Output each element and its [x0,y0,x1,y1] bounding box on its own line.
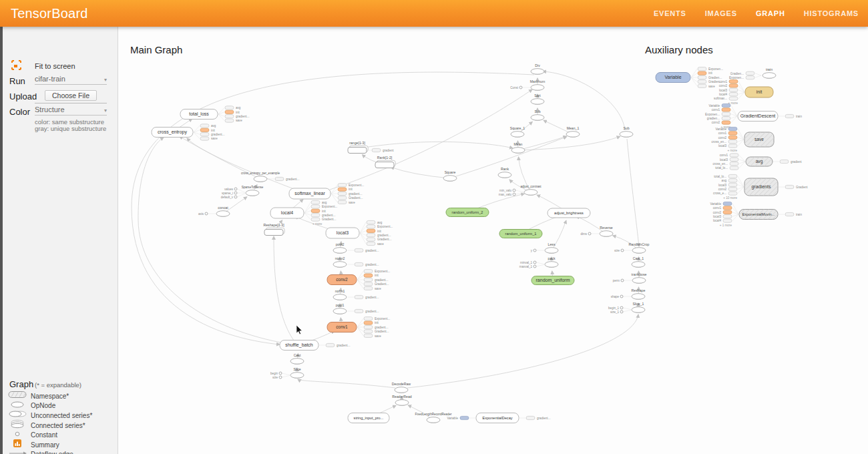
graph-node-norm2[interactable]: norm2gradient... [333,256,379,267]
choose-file-button[interactable]: Choose File [45,90,97,101]
graph-node-string_input_pro[interactable]: string_input_pro... [348,413,389,423]
svg-text:total_loss: total_loss [189,111,209,117]
svg-text:cross_en...: cross_en... [713,162,728,166]
color-select[interactable]: Structure ▾ [35,105,107,116]
svg-text:gradient...: gradient... [365,296,379,299]
graph-node-ExponentialDecay[interactable]: ExponentialDecaygradient...Variable [447,413,550,423]
graph-node-adjust_brightness[interactable]: adjust_brightness [548,208,590,218]
legend-item-dataflow-edge: Dataflow edge [7,450,115,454]
legend-icon-unconnected-series [7,409,31,419]
legend-note: (* = expandable) [35,381,81,389]
svg-text:pool1: pool1 [336,303,345,307]
svg-text:begin: begin [270,372,278,375]
graph-node-aux_ema[interactable]: ExponentialMovin...trainVariableconv1con… [710,202,802,226]
graph-node-Mean[interactable]: Mean [511,142,525,153]
graph-node-pool1[interactable]: pool1gradient... [333,303,379,314]
graph-node-cep[interactable]: cross_entropy_per_examplegradient... [241,172,299,182]
graph-node-DecodeRaw[interactable]: DecodeRaw [392,382,411,393]
svg-text:local3: local3 [718,184,726,187]
svg-text:gradient...: gradient... [365,310,379,313]
graph-node-random_uniform[interactable]: random_uniform [531,276,574,285]
svg-text:gradient...: gradient... [375,326,388,329]
legend-title: Graph [9,379,33,389]
fit-to-screen-label[interactable]: Fit to screen [35,62,75,70]
graph-node-adjust_contrast[interactable]: adjust_contrastmin_valumax_valu [499,185,542,196]
graph-node-SparseToDense[interactable]: SparseToDensevaluessparse_idefault_v [221,186,264,199]
nav-tab-graph[interactable]: GRAPH [756,9,785,17]
graph-node-aux_train[interactable]: trainGradien...Exponen... [729,67,776,79]
graph-node-Cast_1[interactable]: Cast_1 [632,256,645,267]
graph-node-Less[interactable]: Lessy [531,242,558,253]
graph-node-Rank_series[interactable]: Rank[1-2] [375,156,395,168]
graph-node-shuffle_batch[interactable]: shuffle_batchgradient... [280,340,350,351]
graph-node-Sqrt[interactable]: Sqrt [531,93,544,104]
graph-node-aux_Variable[interactable]: VariableExponen...initGradien...Gradien.… [656,67,723,88]
legend-icon-summary [7,439,31,448]
graph-node-Slice[interactable]: Slicebeginsize [270,367,304,379]
nav-tab-images[interactable]: IMAGES [705,9,737,17]
svg-text:avg: avg [211,124,216,128]
fit-to-screen-icon[interactable] [11,59,22,71]
graph-node-Sub1[interactable]: Sub [531,109,544,120]
graph-node-aux_avg[interactable]: avggradientconv1local3cross_en...total_l… [713,154,803,170]
svg-text:total_lo...: total_lo... [715,166,728,170]
svg-text:init: init [322,210,327,213]
graph-node-Mean_1[interactable]: Mean_1 [566,126,580,137]
svg-text:string_input_pro...: string_input_pro... [354,416,384,420]
graph-node-Div[interactable]: Div [531,63,544,74]
legend-item-label: Connected series* [31,422,85,429]
graph-edge [298,379,395,388]
svg-text:Reshape: Reshape [632,288,646,292]
graph-node-aux_init[interactable]: initconv1conv2local3local4softmax...+ mo… [714,79,773,104]
graph-node-RandomCrop[interactable]: RandomCropsize [614,242,650,253]
run-select[interactable]: cifar-train ▾ [35,75,107,85]
graph-node-Square[interactable]: Square [443,170,457,181]
graph-node-random_uniform_2[interactable]: random_uniform_2 [446,208,489,217]
graph-node-norm1[interactable]: norm1gradient... [333,289,379,300]
svg-text:Gradient...: Gradient... [377,238,391,241]
graph-node-concat[interactable]: concataxis [198,206,230,216]
graph-canvas[interactable]: total_lossavginitgradient...savecross_en… [0,0,868,454]
svg-text:dims: dims [580,232,587,236]
svg-text:Exponen...: Exponen... [729,76,744,79]
svg-text:Gradient: Gradient [796,186,808,189]
color-help-line2: gray: unique substructure [35,125,106,132]
graph-node-Rank[interactable]: Rank [498,167,511,178]
graph-node-aux_save[interactable]: saveVariableconv1conv2cross_en...local3+… [712,127,774,152]
svg-text:Exponent...: Exponent... [349,184,364,187]
svg-text:size: size [614,249,620,252]
svg-text:FixedLengthRecordReader: FixedLengthRecordReader [415,413,452,416]
svg-text:cross_entropy_per_example: cross_entropy_per_example [241,172,280,175]
graph-node-aux_gradients[interactable]: gradientsGradienttotal_lo...avglocal3con… [713,174,808,199]
graph-node-Cast[interactable]: Cast [290,353,304,364]
svg-text:local3: local3 [720,158,728,162]
graph-node-pack[interactable]: packminval_1maxval_1 [519,256,558,268]
graph-node-Reshape_series[interactable]: Reshape[1-3] [263,223,284,236]
graph-node-Square_1[interactable]: Square_1 [510,126,525,137]
graph-node-range_series[interactable]: range[1-3]gradient [348,141,394,154]
graph-node-random_uniform_1[interactable]: random_uniform_1 [499,230,542,238]
graph-node-Maximum[interactable]: MaximumConst [510,79,545,90]
graph-node-Slice_1[interactable]: Slice_1begin_1size_1 [608,302,645,314]
legend-icon-connected-series [7,419,31,429]
graph-node-ReaderRead[interactable]: ReaderRead [392,395,412,405]
nav-tab-events[interactable]: EVENTS [654,9,686,17]
graph-edge [543,71,625,130]
graph-node-aux_GradientDescent[interactable]: GradientDescenttrainVariableconv1Exponen… [705,103,802,128]
svg-text:pack: pack [548,256,556,260]
graph-edge [627,139,639,246]
svg-text:max_valu: max_valu [499,193,512,196]
graph-node-Sub2[interactable]: Sub [620,126,633,137]
graph-node-conv2[interactable]: conv2Exponent...initgradient...Gradient.… [327,270,390,290]
graph-node-conv1[interactable]: conv1Exponent...initgradient...Gradient.… [327,317,390,338]
legend-icon-constant [7,429,31,439]
svg-text:Rank[1-2]: Rank[1-2] [377,156,393,160]
auxiliary-nodes-title: Auxiliary nodes [645,44,713,55]
graph-node-Reshape_op[interactable]: Reshapeshape [611,288,646,299]
svg-text:Slice_1: Slice_1 [632,302,644,306]
svg-text:Square: Square [445,170,456,174]
sidebar-scrollbar[interactable] [0,27,3,454]
graph-node-transpose[interactable]: transposeperm [613,272,647,283]
nav-tab-histograms[interactable]: HISTOGRAMS [804,9,859,17]
graph-node-local4[interactable]: local4avgExponent...initgradient...Gradi… [270,200,337,225]
